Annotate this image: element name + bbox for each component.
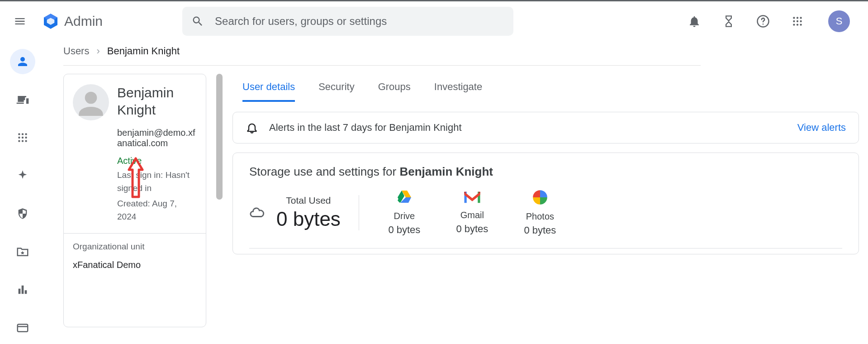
header-actions: S — [685, 10, 850, 32]
shield-icon — [16, 207, 29, 220]
svg-point-1 — [763, 24, 764, 25]
sparkle-icon — [16, 169, 29, 182]
user-name: Benjamin Knight — [117, 84, 197, 120]
total-used-block: Total Used 0 bytes — [249, 195, 359, 230]
total-used-value: 0 bytes — [276, 208, 341, 230]
svg-point-21 — [85, 92, 97, 104]
ou-value: xFanatical Demo — [73, 260, 197, 270]
user-summary-card: Benjamin Knight benjamin@demo.xfanatical… — [63, 74, 206, 327]
svg-point-19 — [25, 140, 27, 142]
breadcrumb: Users › Benjamin Knight — [63, 41, 701, 66]
apps-launcher-button[interactable] — [788, 12, 806, 30]
tab-investigate[interactable]: Investigate — [434, 76, 482, 102]
hourglass-icon — [722, 15, 735, 28]
help-icon — [756, 14, 770, 28]
cloud-icon — [249, 205, 265, 220]
ou-label: Organizational unit — [73, 242, 197, 252]
apps-grid-icon — [792, 15, 803, 27]
svg-point-13 — [25, 133, 27, 135]
devices-icon — [15, 92, 30, 107]
tab-security[interactable]: Security — [318, 76, 354, 102]
content-area: Users › Benjamin Knight Benjamin Knight … — [45, 41, 868, 343]
alerts-text: Alerts in the last 7 days for Benjamin K… — [269, 122, 462, 134]
storage-photos: Photos 0 bytes — [517, 189, 563, 236]
rail-security[interactable] — [10, 201, 35, 226]
user-email: benjamin@demo.xfanatical.com — [117, 128, 197, 148]
user-avatar[interactable] — [73, 84, 109, 120]
storage-title: Storage use and settings for Benjamin Kn… — [249, 165, 842, 179]
svg-point-7 — [800, 20, 802, 22]
body-wrap: Users › Benjamin Knight Benjamin Knight … — [0, 41, 868, 343]
last-sign-in: Last sign in: Hasn't signed in — [117, 169, 197, 195]
bar-chart-icon — [16, 283, 29, 296]
drive-icon — [395, 189, 413, 205]
search-icon — [191, 15, 204, 28]
svg-point-11 — [18, 133, 20, 135]
person-icon — [16, 55, 29, 68]
admin-logo-icon — [42, 12, 60, 30]
detail-column: User details Security Groups Investigate… — [232, 74, 859, 327]
breadcrumb-users[interactable]: Users — [63, 45, 89, 57]
main-menu-button[interactable] — [9, 10, 31, 32]
app-header: Admin S — [0, 1, 868, 41]
rail-apps[interactable] — [10, 125, 35, 150]
svg-point-8 — [793, 24, 795, 25]
tabs: User details Security Groups Investigate — [232, 74, 859, 102]
svg-point-3 — [797, 17, 798, 19]
svg-point-16 — [25, 137, 27, 139]
rail-reports[interactable] — [10, 277, 35, 302]
search-input[interactable] — [215, 15, 504, 28]
folder-star-icon — [16, 245, 29, 258]
svg-point-15 — [22, 137, 24, 139]
storage-gmail: Gmail 0 bytes — [450, 190, 495, 235]
photos-icon — [531, 189, 549, 206]
created-date: Created: Aug 7, 2024 — [117, 197, 197, 223]
rail-billing[interactable] — [10, 315, 35, 340]
tab-user-details[interactable]: User details — [242, 76, 295, 102]
app-logo[interactable]: Admin — [42, 12, 103, 30]
breadcrumb-current: Benjamin Knight — [107, 45, 180, 57]
rail-rules[interactable] — [10, 239, 35, 264]
svg-point-9 — [797, 24, 798, 25]
rail-users[interactable] — [10, 49, 35, 74]
left-nav-rail — [0, 41, 45, 343]
person-placeholder-icon — [73, 84, 109, 120]
storage-card: Storage use and settings for Benjamin Kn… — [232, 153, 859, 254]
tab-groups[interactable]: Groups — [378, 76, 411, 102]
svg-rect-20 — [18, 325, 28, 332]
chevron-right-icon: › — [96, 45, 100, 57]
storage-row: Total Used 0 bytes Drive 0 bytes Gmail — [249, 189, 842, 248]
svg-point-14 — [18, 137, 20, 139]
search-bar[interactable] — [182, 7, 513, 36]
svg-point-6 — [797, 20, 798, 22]
total-used-label: Total Used — [276, 195, 341, 206]
svg-point-12 — [22, 133, 24, 135]
gmail-icon — [463, 190, 482, 205]
account-avatar[interactable]: S — [828, 10, 850, 32]
card-icon — [16, 321, 29, 334]
svg-point-5 — [793, 20, 795, 22]
tasks-button[interactable] — [720, 12, 738, 30]
svg-point-18 — [22, 140, 24, 142]
scroll-thumb[interactable] — [216, 74, 223, 200]
bell-outline-icon — [246, 121, 258, 134]
rail-ai[interactable] — [10, 163, 35, 188]
rail-devices[interactable] — [10, 87, 35, 112]
alerts-card: Alerts in the last 7 days for Benjamin K… — [232, 112, 859, 143]
bell-icon — [688, 14, 701, 28]
user-status: Active — [117, 156, 197, 166]
main-row: Benjamin Knight benjamin@demo.xfanatical… — [63, 74, 859, 327]
notifications-button[interactable] — [685, 12, 703, 30]
avatar-letter: S — [836, 15, 843, 27]
help-button[interactable] — [754, 12, 772, 30]
svg-point-17 — [18, 140, 20, 142]
dots-grid-icon — [17, 132, 28, 143]
svg-point-10 — [800, 24, 802, 25]
hamburger-icon — [14, 15, 26, 28]
svg-point-4 — [800, 17, 802, 19]
app-title: Admin — [64, 14, 103, 29]
view-alerts-link[interactable]: View alerts — [797, 122, 846, 134]
svg-point-2 — [793, 17, 795, 19]
storage-drive: Drive 0 bytes — [382, 189, 427, 236]
scrollbar[interactable] — [216, 74, 223, 327]
